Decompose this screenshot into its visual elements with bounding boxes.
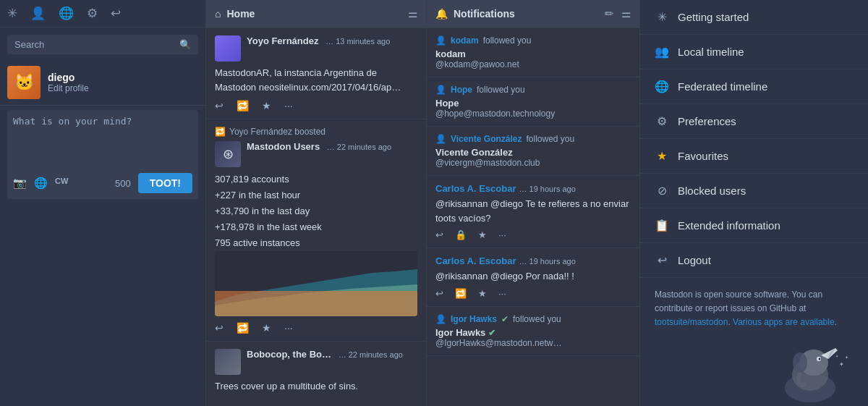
notif-display-name[interactable]: kodam [435,48,631,59]
notif-reply-header: Carlos A. Escobar … 19 hours ago [435,183,631,194]
sidebar-icon-bar: ✳ 👤 🌐 ⚙ ↩ [0,0,205,28]
post-meta: Bobocop, the Bo… … 22 minutes ago [247,349,417,360]
nav-local-timeline[interactable]: 👥 Local timeline [640,35,868,69]
notifications-body[interactable]: 👤 kodam followed you kodam @kodam@pawoo.… [427,28,639,406]
follow-icon: 👤 [435,35,446,46]
footer-link-apps[interactable]: Various apps are available [733,317,835,327]
camera-icon[interactable]: 📷 [13,177,27,190]
post-time: … 13 minutes ago [326,37,390,46]
settings-notif-icon[interactable]: ⚌ [621,7,631,20]
verified-badge: ✔ [501,314,509,324]
nav-logout[interactable]: ↩ Logout [640,243,868,278]
boost-icon[interactable]: 🔁 [455,288,467,299]
post-actions: ↩ 🔁 ★ ··· [215,322,417,334]
puzzle-icon[interactable]: ✳ [7,6,17,21]
boost-icon[interactable]: 🔁 [237,322,249,334]
reply-icon[interactable]: ↩ [435,288,443,299]
fav-icon[interactable]: ★ [262,100,271,111]
home-column-header: ⌂ Home ⚌ [206,0,426,28]
favourites-label: Favourites [678,150,728,162]
nav-extended-information[interactable]: 📋 Extended information [640,208,868,243]
fav-icon[interactable]: ★ [478,229,487,240]
reply-icon[interactable]: ↩ [215,322,224,334]
search-input[interactable] [14,39,179,50]
boost-small-icon: 🔁 [215,127,226,137]
notif-follow-header: 👤 Hope followed you [435,85,631,95]
settings-icon[interactable]: ⚙ [87,6,98,21]
people-icon[interactable]: 👤 [30,6,46,21]
stat-accounts: 307,819 accounts [215,172,417,187]
follow-icon: 👤 [435,134,446,144]
fav-icon[interactable]: ★ [262,322,271,334]
filter-icon[interactable]: ✏ [605,7,614,20]
notif-display-name[interactable]: Hope [435,98,631,109]
nav-footer: Mastodon is open source software. You ca… [640,278,868,406]
more-icon[interactable]: ··· [284,322,293,334]
notif-action: followed you [483,35,532,46]
compose-toolbar: 📷 🌐 CW 500 TOOT! [13,173,192,193]
post-author[interactable]: Bobocop, the Bo… [247,349,331,360]
notif-follow-header: 👤 kodam followed you [435,35,631,46]
post-content: MastodonAR, la instancia Argentina de Ma… [215,66,417,94]
notif-username[interactable]: Vicente González [451,134,522,144]
reply-content: @rikisannan @diego Te te refieres a no e… [435,197,631,225]
home-title: Home [226,8,255,20]
notif-username[interactable]: kodam [451,35,479,46]
notif-username[interactable]: Igor Hawks [451,314,497,324]
post-author[interactable]: Mastodon Users [247,141,320,152]
footer-link-tootsuite[interactable]: tootsuite/mastodon [655,317,728,327]
more-icon[interactable]: ··· [284,100,293,111]
fav-icon[interactable]: ★ [478,288,487,299]
notifications-column: 🔔 Notifications ✏ ⚌ 👤 kodam followed you… [427,0,640,406]
reply-icon[interactable]: ↩ [215,100,224,111]
post-author[interactable]: Yoyo Fernández [247,35,318,46]
nav-preferences[interactable]: ⚙ Preferences [640,104,868,139]
footer-text: Mastodon is open source software. You ca… [655,289,822,313]
svg-point-8 [793,352,807,373]
notif-display-name[interactable]: Vicente González [435,147,631,158]
svg-text:✦: ✦ [845,355,848,360]
notification-item: Carlos A. Escobar … 19 hours ago @rikisa… [427,248,639,307]
nav-federated-timeline[interactable]: 🌐 Federated timeline [640,69,868,104]
reply-username[interactable]: Carlos A. Escobar [435,183,516,194]
nav-blocked-users[interactable]: ⊘ Blocked users [640,174,868,208]
notification-item: 👤 kodam followed you kodam @kodam@pawoo.… [427,28,639,77]
stat-day: +33,790 in the last day [215,203,417,219]
compose-textarea[interactable] [13,116,192,166]
earth-icon[interactable]: 🌐 [34,177,48,190]
boost-icon[interactable]: 🔁 [237,100,249,111]
post-meta: Yoyo Fernández … 13 minutes ago [247,35,417,46]
reply-time: … 19 hours ago [519,185,576,193]
lock-icon[interactable]: 🔒 [455,229,467,240]
notif-action: followed you [513,314,561,324]
verified-badge-inline: ✔ [488,328,495,338]
toot-button[interactable]: TOOT! [138,173,192,193]
edit-profile-link[interactable]: Edit profile [48,83,89,93]
post-header: ⊛ Mastodon Users … 22 minutes ago [215,141,417,167]
notif-display-name[interactable]: Igor Hawks ✔ [435,327,631,338]
avatar[interactable]: 🐱 [7,66,41,99]
post-time: … 22 minutes ago [327,143,391,151]
more-icon[interactable]: ··· [498,288,506,299]
blocked-users-icon: ⊘ [655,184,669,198]
reply-username[interactable]: Carlos A. Escobar [435,255,516,266]
post-time: … 22 minutes ago [339,350,403,359]
federated-timeline-icon: 🌐 [655,80,669,93]
nav-getting-started[interactable]: ✳ Getting started [640,0,868,35]
username: diego [48,72,89,83]
home-header-right: ⚌ [408,7,417,20]
cw-button[interactable]: CW [55,177,68,190]
notifications-header: 🔔 Notifications ✏ ⚌ [427,0,639,28]
post-chart [215,251,417,316]
compose-icons: 📷 🌐 CW [13,177,68,190]
more-icon[interactable]: ··· [498,229,506,240]
logout-icon[interactable]: ↩ [111,6,121,21]
home-column-body[interactable]: Yoyo Fernández … 13 minutes ago Mastodon… [206,28,426,406]
left-sidebar: ✳ 👤 🌐 ⚙ ↩ 🔍 🐱 diego Edit profile 📷 🌐 CW … [0,0,206,406]
reply-icon[interactable]: ↩ [435,229,443,240]
nav-favourites[interactable]: ★ Favourites [640,139,868,174]
globe-icon[interactable]: 🌐 [59,6,74,21]
post-item: Yoyo Fernández … 13 minutes ago Mastodon… [206,28,426,119]
sliders-icon[interactable]: ⚌ [408,7,417,20]
notif-username[interactable]: Hope [451,85,472,95]
